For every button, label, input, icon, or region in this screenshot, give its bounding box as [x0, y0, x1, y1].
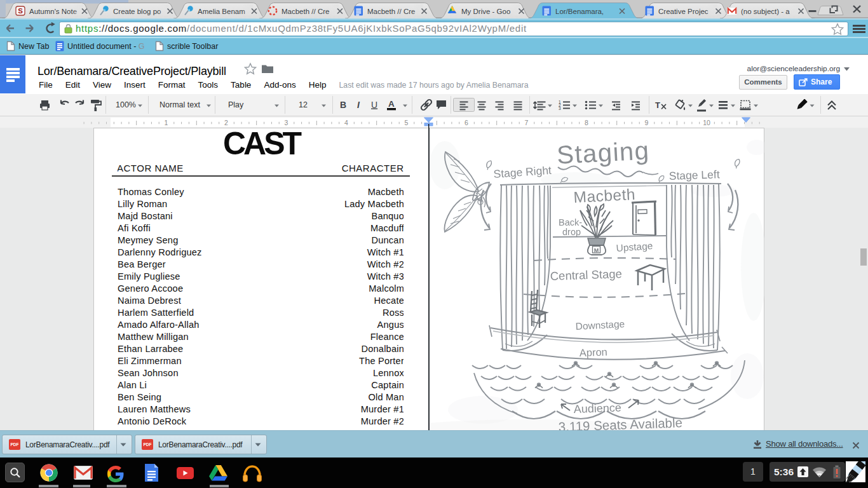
svg-text:Upstage: Upstage [616, 240, 653, 254]
svg-text:S: S [18, 7, 23, 15]
svg-text:My Drive - Goo: My Drive - Goo [461, 8, 510, 15]
svg-text:Autumn's Note: Autumn's Note [29, 8, 77, 15]
svg-text:Lor/Benamara,: Lor/Benamara, [555, 8, 604, 15]
svg-text:5: 5 [405, 119, 409, 126]
svg-text:Amelia Benam: Amelia Benam [198, 8, 245, 15]
svg-text:drop: drop [562, 227, 581, 237]
svg-text:Staging: Staging [556, 136, 650, 169]
svg-text:9: 9 [645, 119, 649, 126]
svg-text:3: 3 [285, 119, 288, 126]
svg-text:T: T [655, 100, 660, 110]
svg-text:Macbeth: Macbeth [573, 186, 636, 206]
svg-text:B: B [340, 100, 346, 110]
svg-text:(no subject) - a: (no subject) - a [741, 8, 790, 15]
svg-text:A: A [388, 99, 395, 109]
svg-text:Stage Left: Stage Left [668, 168, 720, 182]
svg-text:7: 7 [525, 119, 529, 126]
svg-text:3,119 Seats Available: 3,119 Seats Available [558, 415, 682, 431]
svg-text:Normal text: Normal text [159, 100, 200, 109]
svg-text:2: 2 [224, 119, 228, 126]
svg-text:3: 3 [559, 106, 561, 111]
svg-text:Play: Play [228, 100, 244, 109]
svg-text:Downstage: Downstage [575, 318, 625, 332]
svg-text:6: 6 [465, 119, 468, 126]
svg-text:Create blog po: Create blog po [113, 8, 161, 15]
svg-text:4: 4 [344, 119, 348, 126]
svg-text:Macbeth // Cre: Macbeth // Cre [281, 8, 329, 15]
svg-text:Audience: Audience [573, 401, 621, 416]
svg-text:12: 12 [299, 100, 308, 109]
svg-text:10: 10 [703, 119, 710, 126]
svg-text:Apron: Apron [579, 346, 607, 358]
svg-text:Central Stage: Central Stage [550, 267, 622, 283]
svg-text:1: 1 [165, 119, 168, 126]
svg-text:M: M [594, 247, 599, 254]
svg-text:U: U [371, 100, 377, 110]
svg-text:I: I [357, 100, 360, 110]
svg-text:Macbeth // Cre: Macbeth // Cre [367, 8, 415, 15]
svg-text:8: 8 [585, 119, 588, 126]
svg-text:100%: 100% [116, 100, 136, 109]
svg-text:Back-: Back- [559, 217, 582, 227]
svg-text:Creative Projec: Creative Projec [658, 8, 709, 15]
